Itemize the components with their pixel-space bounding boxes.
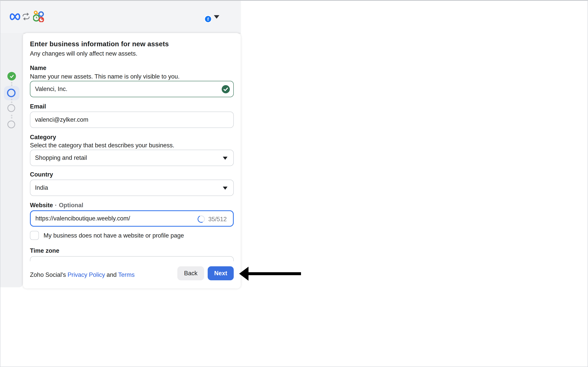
- email-label: Email: [30, 103, 46, 110]
- category-helper: Select the category that best describes …: [30, 142, 174, 149]
- screenshot-stage: f Enter business information for new ass…: [0, 0, 588, 367]
- stepper-sidebar: [0, 33, 23, 287]
- website-input-value: https://valenciboutique.weebly.com/: [35, 215, 130, 222]
- stepper-dot: [11, 82, 12, 83]
- check-icon: [9, 74, 14, 79]
- no-website-checkbox[interactable]: [30, 231, 39, 240]
- name-label: Name: [30, 65, 46, 72]
- legal-prefix: Zoho Social's: [30, 271, 66, 278]
- zoho-social-logo-icon: [33, 10, 44, 22]
- next-button[interactable]: Next: [208, 266, 234, 280]
- website-label: Website: [30, 202, 53, 209]
- country-select-value: India: [35, 184, 48, 191]
- caret-down-icon: [223, 157, 227, 160]
- category-select-value: Shopping and retail: [35, 154, 87, 161]
- no-website-checkbox-label: My business does not have a website or p…: [43, 232, 184, 239]
- country-select[interactable]: India: [30, 180, 234, 196]
- header-bar: f: [0, 1, 241, 33]
- stepper-dot: [11, 84, 12, 86]
- category-select[interactable]: Shopping and retail: [30, 150, 234, 166]
- caret-down-icon: [223, 187, 227, 190]
- website-input[interactable]: https://valenciboutique.weebly.com/ 35/5…: [30, 210, 234, 227]
- stepper-step-3[interactable]: [7, 104, 15, 112]
- valid-check-icon: [222, 85, 230, 93]
- name-helper: Name your new assets. This name is only …: [30, 73, 180, 80]
- app-viewport: f Enter business information for new ass…: [0, 0, 588, 367]
- chevron-down-icon: [214, 15, 219, 19]
- loading-spinner-icon: [197, 214, 206, 224]
- country-label: Country: [30, 171, 53, 178]
- stepper-dot: [11, 101, 12, 103]
- annotation-arrow-left-icon: [238, 266, 302, 281]
- profile-menu-button[interactable]: f: [198, 9, 227, 25]
- page-subtitle: Any changes will only affect new assets.: [30, 50, 137, 57]
- stepper-step-2-ring: [7, 89, 16, 97]
- stepper-dot: [11, 115, 12, 116]
- dialog-footer: Zoho Social's Privacy Policy and Terms B…: [23, 261, 241, 288]
- stepper-dot: [11, 99, 12, 100]
- legal-text: Zoho Social's Privacy Policy and Terms: [30, 261, 134, 288]
- stepper-step-1-completed[interactable]: [7, 72, 16, 81]
- website-label-row: Website · Optional: [30, 202, 83, 209]
- stepper-dot: [11, 117, 12, 119]
- page-title: Enter business information for new asset…: [30, 40, 169, 48]
- email-input[interactable]: valenci@zylker.com: [30, 112, 234, 128]
- name-input-value: Valenci, Inc.: [35, 85, 67, 92]
- meta-logo-icon: [9, 12, 21, 21]
- website-char-counter: 35/512: [208, 211, 227, 227]
- back-button[interactable]: Back: [177, 266, 204, 280]
- email-input-value: valenci@zylker.com: [35, 116, 88, 123]
- category-label: Category: [30, 134, 56, 141]
- website-label-separator: ·: [55, 202, 57, 209]
- timezone-label: Time zone: [30, 247, 59, 254]
- legal-conjunction: and: [107, 271, 117, 278]
- privacy-policy-link[interactable]: Privacy Policy: [67, 271, 105, 278]
- terms-link[interactable]: Terms: [118, 271, 134, 278]
- name-input[interactable]: Valenci, Inc.: [30, 81, 234, 97]
- sync-arrows-icon: [22, 13, 30, 20]
- facebook-badge-icon: f: [204, 15, 212, 23]
- website-optional-tag: Optional: [59, 202, 84, 209]
- stepper-step-4[interactable]: [7, 121, 15, 128]
